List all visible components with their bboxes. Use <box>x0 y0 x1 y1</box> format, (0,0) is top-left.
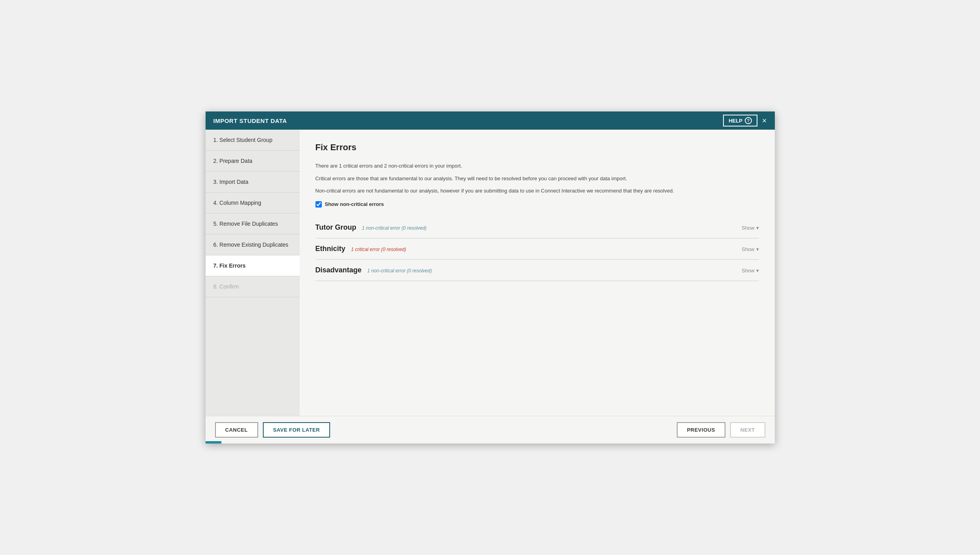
modal-title: IMPORT STUDENT DATA <box>213 117 287 124</box>
error-section-disadvantage: Disadvantage 1 non-critical error (0 res… <box>315 260 759 281</box>
ethnicity-error-count: 1 critical error (0 resolved) <box>351 247 406 252</box>
sidebar-item-step7[interactable]: 7. Fix Errors <box>206 255 300 276</box>
description-critical: Critical errors are those that are funda… <box>315 175 759 183</box>
error-section-disadvantage-title-row: Disadvantage 1 non-critical error (0 res… <box>315 266 432 274</box>
save-for-later-button[interactable]: SAVE FOR LATER <box>263 422 330 438</box>
chevron-down-icon: ▾ <box>756 246 759 252</box>
modal-container: IMPORT STUDENT DATA HELP ? × 1. Select S… <box>206 111 775 444</box>
error-section-tutor-header: Tutor Group 1 non-critical error (0 reso… <box>315 223 759 232</box>
error-section-ethnicity-header: Ethnicity 1 critical error (0 resolved) … <box>315 245 759 253</box>
header-right: HELP ? × <box>723 115 767 126</box>
show-non-critical-label: Show non-critical errors <box>325 201 384 207</box>
chevron-down-icon: ▾ <box>756 268 759 274</box>
error-section-ethnicity-title-row: Ethnicity 1 critical error (0 resolved) <box>315 245 406 253</box>
sidebar-item-step5[interactable]: 5. Remove File Duplicates <box>206 213 300 234</box>
disadvantage-error-count: 1 non-critical error (0 resolved) <box>367 268 432 274</box>
footer-right: PREVIOUS NEXT <box>677 422 765 438</box>
show-non-critical-row: Show non-critical errors <box>315 201 759 208</box>
content-area: Fix Errors There are 1 critical errors a… <box>300 130 775 416</box>
error-section-disadvantage-header: Disadvantage 1 non-critical error (0 res… <box>315 266 759 274</box>
tutor-group-show-button[interactable]: Show ▾ <box>742 225 759 231</box>
modal-header: IMPORT STUDENT DATA HELP ? × <box>206 111 775 130</box>
sidebar-item-step6[interactable]: 6. Remove Existing Duplicates <box>206 234 300 255</box>
show-non-critical-checkbox[interactable] <box>315 201 322 208</box>
modal-body: 1. Select Student Group 2. Prepare Data … <box>206 130 775 416</box>
previous-button[interactable]: PREVIOUS <box>677 422 725 438</box>
cancel-button[interactable]: CANCEL <box>215 422 258 438</box>
sidebar-item-step3[interactable]: 3. Import Data <box>206 172 300 193</box>
sidebar-item-step2[interactable]: 2. Prepare Data <box>206 151 300 172</box>
help-label: HELP <box>729 118 742 124</box>
chevron-down-icon: ▾ <box>756 225 759 231</box>
description-non-critical: Non-critical errors are not fundamental … <box>315 187 759 195</box>
close-button[interactable]: × <box>762 117 767 125</box>
description-errors-summary: There are 1 critical errors and 2 non-cr… <box>315 162 759 170</box>
sidebar-item-step4[interactable]: 4. Column Mapping <box>206 193 300 213</box>
sidebar-item-step8: 8. Confirm <box>206 276 300 297</box>
help-icon: ? <box>745 117 752 124</box>
help-button[interactable]: HELP ? <box>723 115 757 126</box>
next-button: NEXT <box>730 422 765 438</box>
tutor-group-error-count: 1 non-critical error (0 resolved) <box>362 225 427 231</box>
error-section-ethnicity: Ethnicity 1 critical error (0 resolved) … <box>315 238 759 260</box>
page-title: Fix Errors <box>315 142 759 153</box>
error-section-tutor-title-row: Tutor Group 1 non-critical error (0 reso… <box>315 223 427 232</box>
ethnicity-title: Ethnicity <box>315 245 346 253</box>
error-section-tutor-group: Tutor Group 1 non-critical error (0 reso… <box>315 217 759 238</box>
sidebar-item-step1[interactable]: 1. Select Student Group <box>206 130 300 151</box>
disadvantage-title: Disadvantage <box>315 266 362 274</box>
teal-accent-bar <box>206 441 221 444</box>
sidebar: 1. Select Student Group 2. Prepare Data … <box>206 130 300 416</box>
tutor-group-title: Tutor Group <box>315 223 357 231</box>
ethnicity-show-button[interactable]: Show ▾ <box>742 246 759 252</box>
footer-left: CANCEL SAVE FOR LATER <box>215 422 330 438</box>
modal-footer: CANCEL SAVE FOR LATER PREVIOUS NEXT <box>206 416 775 444</box>
disadvantage-show-button[interactable]: Show ▾ <box>742 268 759 274</box>
